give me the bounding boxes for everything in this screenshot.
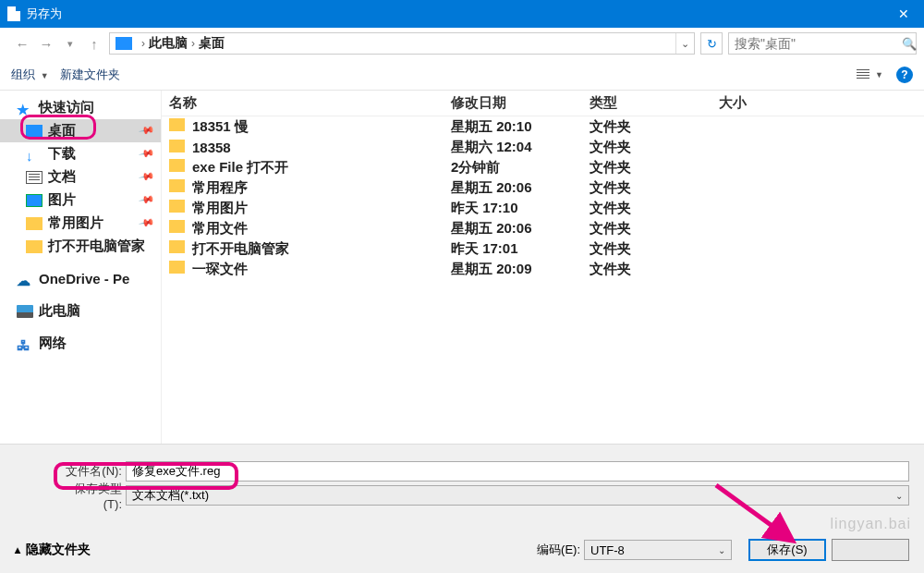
back-button[interactable]: ←: [13, 34, 31, 53]
folder-icon: [169, 200, 185, 213]
pin-icon: 📌: [139, 168, 156, 186]
cancel-button[interactable]: [832, 539, 909, 561]
document-icon: [7, 6, 20, 21]
file-date: 2分钟前: [444, 159, 582, 177]
pin-icon: 📌: [139, 145, 156, 163]
sidebar-item-label: 此电脑: [39, 302, 80, 320]
file-list-body: 18351 慢星期五 20:10文件夹18358星期六 12:04文件夹exe …: [162, 116, 924, 279]
desktop-icon: [26, 125, 43, 138]
star-icon: ★: [17, 102, 33, 115]
file-name: exe File 打不开: [192, 159, 288, 175]
column-date[interactable]: 修改日期: [444, 94, 582, 112]
search-box[interactable]: 🔍: [728, 32, 917, 55]
sidebar-item-label: 打不开电脑管家: [48, 238, 145, 255]
sidebar-documents[interactable]: 文档 📌: [0, 165, 161, 189]
folder-icon: [26, 240, 43, 253]
file-name: 18358: [192, 140, 231, 155]
column-type[interactable]: 类型: [582, 94, 711, 112]
sidebar-item-label: 网络: [39, 335, 67, 352]
file-type: 文件夹: [582, 200, 711, 217]
filename-label: 文件名(N):: [57, 463, 122, 480]
chevron-right-icon: ›: [141, 37, 145, 50]
folder-icon: [169, 140, 185, 152]
sidebar-onedrive[interactable]: ☁ OneDrive - Pe: [0, 267, 161, 290]
help-button[interactable]: ?: [896, 67, 913, 83]
sidebar-item-label: 图片: [48, 191, 76, 209]
document-icon: [26, 171, 43, 184]
file-row[interactable]: 18358星期六 12:04文件夹: [162, 137, 924, 157]
file-type: 文件夹: [582, 118, 711, 136]
file-row[interactable]: 一琛文件星期五 20:09文件夹: [162, 259, 924, 279]
sidebar-downloads[interactable]: ↓ 下载 📌: [0, 142, 161, 165]
file-row[interactable]: 18351 慢星期五 20:10文件夹: [162, 116, 924, 137]
file-row[interactable]: exe File 打不开2分钟前文件夹: [162, 157, 924, 177]
sidebar-item-label: 常用图片: [48, 214, 103, 232]
file-name: 18351 慢: [192, 118, 249, 134]
address-bar[interactable]: › 此电脑 › 桌面 ⌄: [109, 32, 695, 55]
folder-icon: [169, 159, 185, 172]
pin-icon: 📌: [139, 122, 156, 140]
new-folder-button[interactable]: 新建文件夹: [60, 67, 120, 83]
download-icon: ↓: [26, 148, 43, 161]
file-type: 文件夹: [582, 240, 711, 258]
file-row[interactable]: 常用文件星期五 20:06文件夹: [162, 218, 924, 238]
folder-icon: [169, 118, 185, 131]
sidebar-item-label: OneDrive - Pe: [39, 271, 129, 286]
close-button[interactable]: ✕: [882, 0, 924, 28]
hide-folders-label: 隐藏文件夹: [26, 542, 91, 558]
file-name: 常用文件: [192, 220, 248, 236]
view-options-button[interactable]: ▼: [857, 69, 883, 80]
sidebar-pictures[interactable]: 图片 📌: [0, 189, 161, 212]
file-date: 昨天 17:01: [444, 240, 582, 258]
filename-input[interactable]: [126, 461, 909, 482]
main-area: ★ 快速访问 桌面 📌 ↓ 下载 📌 文档 📌 图片 📌 常用图片 📌: [0, 91, 924, 444]
folder-icon: [169, 179, 185, 192]
breadcrumb-current[interactable]: 桌面: [199, 35, 225, 52]
file-row[interactable]: 常用程序星期五 20:06文件夹: [162, 177, 924, 198]
file-date: 星期六 12:04: [444, 139, 582, 156]
sidebar-cant-open[interactable]: 打不开电脑管家: [0, 235, 161, 258]
organize-label: 组织: [11, 67, 35, 81]
sidebar-this-pc[interactable]: 此电脑: [0, 299, 161, 323]
filetype-combo[interactable]: 文本文档(*.txt) ⌄: [126, 485, 909, 506]
sidebar-network[interactable]: 🖧 网络: [0, 332, 161, 355]
footer: ▴ 隐藏文件夹 编码(E): UTF-8 ⌄ 保存(S): [0, 536, 924, 564]
forward-button[interactable]: →: [37, 34, 55, 53]
encoding-combo[interactable]: UTF-8 ⌄: [584, 540, 732, 560]
chevron-down-icon: ⌄: [718, 545, 725, 555]
file-name: 打不开电脑管家: [192, 240, 289, 256]
sidebar-item-label: 桌面: [48, 122, 76, 140]
filetype-row: 保存类型(T): 文本文档(*.txt) ⌄: [0, 483, 924, 507]
save-button[interactable]: 保存(S): [748, 539, 826, 561]
up-button[interactable]: ↑: [85, 34, 103, 53]
file-type: 文件夹: [582, 220, 711, 238]
column-size[interactable]: 大小: [711, 94, 924, 112]
folder-icon: [26, 217, 43, 230]
file-date: 星期五 20:10: [444, 118, 582, 136]
column-name[interactable]: 名称: [162, 94, 444, 112]
file-name: 常用程序: [192, 179, 248, 195]
sidebar-quick-access[interactable]: ★ 快速访问: [0, 96, 161, 119]
filename-row: 文件名(N):: [0, 459, 924, 483]
desktop-icon: [116, 37, 132, 50]
sidebar-common-pictures[interactable]: 常用图片 📌: [0, 212, 161, 235]
search-icon[interactable]: 🔍: [902, 37, 917, 51]
address-dropdown[interactable]: ⌄: [675, 33, 694, 54]
search-input[interactable]: [729, 36, 902, 51]
toolbar: 组织 ▼ 新建文件夹 ▼ ?: [0, 59, 924, 91]
hide-folders-toggle[interactable]: ▴ 隐藏文件夹: [15, 542, 91, 558]
file-row[interactable]: 常用图片昨天 17:10文件夹: [162, 198, 924, 218]
breadcrumb-root[interactable]: 此电脑: [149, 35, 188, 52]
organize-button[interactable]: 组织 ▼: [11, 67, 49, 83]
window-title: 另存为: [26, 6, 882, 22]
recent-dropdown[interactable]: ▾: [61, 34, 79, 53]
file-row[interactable]: 打不开电脑管家昨天 17:01文件夹: [162, 238, 924, 259]
file-date: 昨天 17:10: [444, 200, 582, 217]
caret-up-icon: ▴: [15, 543, 20, 556]
refresh-button[interactable]: ↻: [700, 32, 723, 55]
sidebar-desktop[interactable]: 桌面 📌: [0, 119, 161, 142]
titlebar: 另存为 ✕: [0, 0, 924, 28]
address-row: ← → ▾ ↑ › 此电脑 › 桌面 ⌄ ↻ 🔍: [0, 28, 924, 59]
encoding-label: 编码(E):: [537, 542, 580, 558]
picture-icon: [26, 194, 43, 207]
